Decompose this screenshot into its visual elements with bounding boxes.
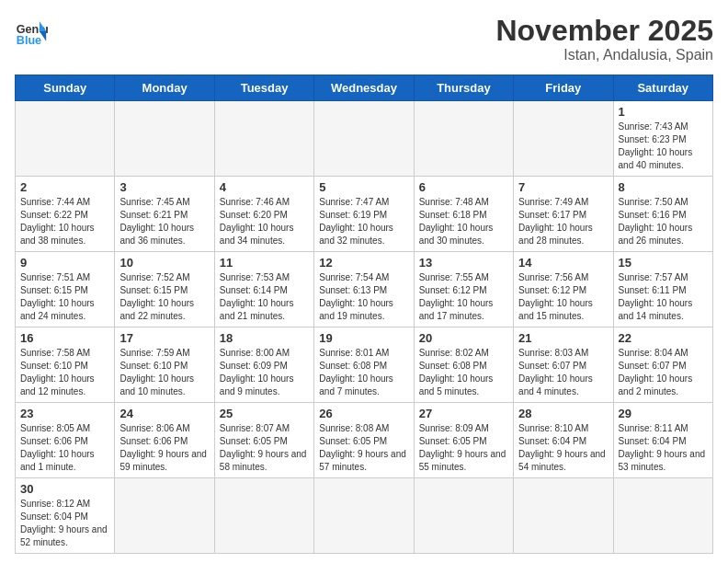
calendar-cell (214, 101, 313, 177)
svg-text:Blue: Blue (17, 34, 41, 47)
day-number: 26 (319, 407, 408, 420)
day-number: 30 (20, 482, 109, 496)
day-number: 16 (20, 331, 109, 345)
calendar-cell: 2Sunrise: 7:44 AM Sunset: 6:22 PM Daylig… (16, 177, 115, 252)
calendar-week-row: 1Sunrise: 7:43 AM Sunset: 6:23 PM Daylig… (16, 101, 713, 177)
calendar-cell: 3Sunrise: 7:45 AM Sunset: 6:21 PM Daylig… (115, 177, 214, 252)
day-info: Sunrise: 8:12 AM Sunset: 6:04 PM Dayligh… (20, 498, 109, 549)
header-friday: Friday (514, 75, 613, 101)
calendar-cell (414, 101, 513, 177)
day-info: Sunrise: 8:11 AM Sunset: 6:04 PM Dayligh… (619, 422, 708, 474)
day-info: Sunrise: 7:48 AM Sunset: 6:18 PM Dayligh… (419, 196, 508, 247)
calendar-week-row: 9Sunrise: 7:51 AM Sunset: 6:15 PM Daylig… (16, 252, 713, 327)
day-number: 2 (20, 180, 109, 194)
day-info: Sunrise: 7:56 AM Sunset: 6:12 PM Dayligh… (518, 271, 608, 323)
calendar-cell: 19Sunrise: 8:01 AM Sunset: 6:08 PM Dayli… (314, 327, 414, 403)
calendar-cell: 9Sunrise: 7:51 AM Sunset: 6:15 PM Daylig… (16, 252, 115, 327)
calendar-cell: 4Sunrise: 7:46 AM Sunset: 6:20 PM Daylig… (214, 177, 313, 252)
calendar-cell: 30Sunrise: 8:12 AM Sunset: 6:04 PM Dayli… (16, 478, 115, 554)
day-info: Sunrise: 8:02 AM Sunset: 6:08 PM Dayligh… (419, 347, 508, 398)
calendar-week-row: 16Sunrise: 7:58 AM Sunset: 6:10 PM Dayli… (16, 327, 713, 403)
day-info: Sunrise: 7:52 AM Sunset: 6:15 PM Dayligh… (119, 271, 209, 323)
header-thursday: Thursday (414, 75, 513, 101)
calendar-cell: 10Sunrise: 7:52 AM Sunset: 6:15 PM Dayli… (115, 252, 214, 327)
calendar-cell (115, 101, 214, 177)
day-info: Sunrise: 8:09 AM Sunset: 6:05 PM Dayligh… (419, 422, 508, 474)
day-info: Sunrise: 8:01 AM Sunset: 6:08 PM Dayligh… (319, 347, 408, 398)
day-info: Sunrise: 7:51 AM Sunset: 6:15 PM Dayligh… (20, 271, 109, 323)
day-number: 28 (518, 407, 608, 420)
day-info: Sunrise: 8:08 AM Sunset: 6:05 PM Dayligh… (319, 422, 408, 474)
header-saturday: Saturday (613, 75, 712, 101)
calendar-cell: 28Sunrise: 8:10 AM Sunset: 6:04 PM Dayli… (514, 403, 613, 478)
day-info: Sunrise: 7:55 AM Sunset: 6:12 PM Dayligh… (419, 271, 508, 323)
day-number: 15 (619, 256, 708, 270)
header-monday: Monday (115, 75, 214, 101)
calendar-header-row: SundayMondayTuesdayWednesdayThursdayFrid… (16, 75, 713, 101)
day-info: Sunrise: 8:10 AM Sunset: 6:04 PM Dayligh… (518, 422, 608, 474)
calendar-cell: 5Sunrise: 7:47 AM Sunset: 6:19 PM Daylig… (314, 177, 414, 252)
day-number: 22 (619, 331, 708, 345)
header-tuesday: Tuesday (214, 75, 313, 101)
day-info: Sunrise: 7:53 AM Sunset: 6:14 PM Dayligh… (220, 271, 309, 323)
calendar-cell: 26Sunrise: 8:08 AM Sunset: 6:05 PM Dayli… (314, 403, 414, 478)
calendar-cell: 7Sunrise: 7:49 AM Sunset: 6:17 PM Daylig… (514, 177, 613, 252)
calendar-cell: 13Sunrise: 7:55 AM Sunset: 6:12 PM Dayli… (414, 252, 513, 327)
day-number: 3 (119, 180, 209, 194)
calendar-cell (115, 478, 214, 554)
header-wednesday: Wednesday (314, 75, 414, 101)
logo: General Blue (15, 15, 48, 48)
day-number: 18 (220, 331, 309, 345)
calendar-cell: 23Sunrise: 8:05 AM Sunset: 6:06 PM Dayli… (16, 403, 115, 478)
calendar-cell: 21Sunrise: 8:03 AM Sunset: 6:07 PM Dayli… (514, 327, 613, 403)
calendar-cell (16, 101, 115, 177)
day-number: 20 (419, 331, 508, 345)
calendar-cell: 8Sunrise: 7:50 AM Sunset: 6:16 PM Daylig… (613, 177, 712, 252)
day-number: 17 (119, 331, 209, 345)
day-number: 27 (419, 407, 508, 420)
month-title: November 2025 (495, 15, 713, 47)
header-sunday: Sunday (16, 75, 115, 101)
day-info: Sunrise: 7:44 AM Sunset: 6:22 PM Dayligh… (20, 196, 109, 247)
location-title: Istan, Andalusia, Spain (495, 47, 713, 63)
calendar-cell: 16Sunrise: 7:58 AM Sunset: 6:10 PM Dayli… (16, 327, 115, 403)
day-number: 9 (20, 256, 109, 270)
day-info: Sunrise: 8:07 AM Sunset: 6:05 PM Dayligh… (220, 422, 309, 474)
calendar-cell: 18Sunrise: 8:00 AM Sunset: 6:09 PM Dayli… (214, 327, 313, 403)
day-number: 6 (419, 180, 508, 194)
day-info: Sunrise: 8:04 AM Sunset: 6:07 PM Dayligh… (619, 347, 708, 398)
day-info: Sunrise: 7:46 AM Sunset: 6:20 PM Dayligh… (220, 196, 309, 247)
calendar-cell: 25Sunrise: 8:07 AM Sunset: 6:05 PM Dayli… (214, 403, 313, 478)
day-info: Sunrise: 7:49 AM Sunset: 6:17 PM Dayligh… (518, 196, 608, 247)
day-number: 4 (220, 180, 309, 194)
calendar-cell (314, 478, 414, 554)
calendar-cell: 6Sunrise: 7:48 AM Sunset: 6:18 PM Daylig… (414, 177, 513, 252)
calendar-week-row: 23Sunrise: 8:05 AM Sunset: 6:06 PM Dayli… (16, 403, 713, 478)
day-number: 13 (419, 256, 508, 270)
day-info: Sunrise: 7:45 AM Sunset: 6:21 PM Dayligh… (119, 196, 209, 247)
day-info: Sunrise: 8:06 AM Sunset: 6:06 PM Dayligh… (119, 422, 209, 474)
calendar-cell (613, 478, 712, 554)
day-number: 11 (220, 256, 309, 270)
day-number: 10 (119, 256, 209, 270)
calendar-week-row: 30Sunrise: 8:12 AM Sunset: 6:04 PM Dayli… (16, 478, 713, 554)
calendar-cell: 29Sunrise: 8:11 AM Sunset: 6:04 PM Dayli… (613, 403, 712, 478)
day-info: Sunrise: 7:54 AM Sunset: 6:13 PM Dayligh… (319, 271, 408, 323)
day-number: 7 (518, 180, 608, 194)
calendar-cell (414, 478, 513, 554)
day-number: 5 (319, 180, 408, 194)
day-info: Sunrise: 7:57 AM Sunset: 6:11 PM Dayligh… (619, 271, 708, 323)
day-info: Sunrise: 8:03 AM Sunset: 6:07 PM Dayligh… (518, 347, 608, 398)
calendar-cell: 22Sunrise: 8:04 AM Sunset: 6:07 PM Dayli… (613, 327, 712, 403)
day-number: 29 (619, 407, 708, 420)
day-number: 24 (119, 407, 209, 420)
day-info: Sunrise: 7:47 AM Sunset: 6:19 PM Dayligh… (319, 196, 408, 247)
day-info: Sunrise: 8:00 AM Sunset: 6:09 PM Dayligh… (220, 347, 309, 398)
day-number: 8 (619, 180, 708, 194)
calendar-cell (514, 101, 613, 177)
calendar-cell (514, 478, 613, 554)
calendar-cell (214, 478, 313, 554)
title-block: November 2025 Istan, Andalusia, Spain (495, 15, 713, 63)
day-info: Sunrise: 7:58 AM Sunset: 6:10 PM Dayligh… (20, 347, 109, 398)
calendar-cell: 24Sunrise: 8:06 AM Sunset: 6:06 PM Dayli… (115, 403, 214, 478)
